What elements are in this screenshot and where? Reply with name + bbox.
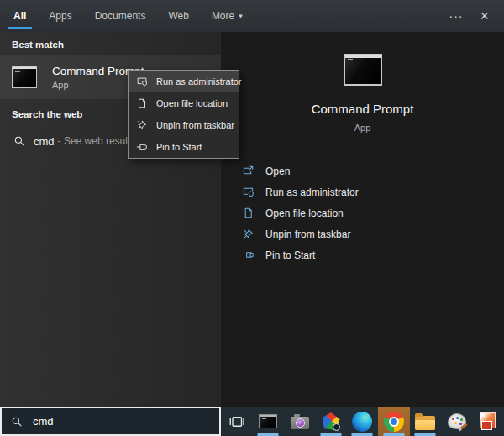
web-query: cmd [34, 135, 55, 148]
action-pin-to-start[interactable]: Pin to Start [221, 244, 504, 265]
open-file-location-icon [136, 97, 148, 109]
action-run-as-administrator[interactable]: Run as administrator [221, 181, 504, 202]
taskbar-file-explorer-button[interactable] [410, 407, 441, 436]
preview-app-subtitle: App [354, 123, 371, 133]
tab-web[interactable]: Web [168, 0, 188, 32]
camera-icon [291, 417, 309, 429]
tab-all-label: All [13, 10, 26, 22]
taskbar-photos-button[interactable] [315, 407, 346, 436]
context-menu-label: Unpin from taskbar [156, 120, 234, 130]
context-menu: Run as administrator Open file location … [128, 70, 239, 159]
pin-to-start-icon [136, 141, 148, 153]
picture-manager-icon [480, 412, 497, 430]
search-input[interactable] [31, 414, 194, 428]
tab-more[interactable]: More ▾ [212, 0, 243, 32]
taskbar-search-box[interactable] [0, 407, 221, 436]
taskbar-edge-button[interactable] [347, 407, 378, 436]
divider [238, 150, 504, 150]
active-tab-underline [8, 27, 32, 29]
tab-more-label: More [212, 10, 234, 22]
run-as-administrator-icon [136, 76, 148, 87]
preview-app-title: Command Prompt [312, 102, 414, 116]
action-label: Unpin from taskbar [265, 229, 350, 240]
open-file-location-icon [242, 207, 255, 219]
preview-actions: Open Run as administrator Open file loca… [221, 160, 504, 265]
camera-lens-icon [333, 423, 340, 431]
command-prompt-icon-large [344, 54, 382, 86]
taskbar-icons [221, 407, 504, 436]
search-icon [11, 416, 23, 428]
action-open-file-location[interactable]: Open file location [221, 202, 504, 223]
open-icon [242, 165, 255, 177]
context-menu-item-unpin-from-taskbar[interactable]: Unpin from taskbar [129, 114, 239, 136]
unpin-from-taskbar-icon [242, 228, 255, 240]
taskbar-strip [0, 407, 504, 436]
taskbar-picture-manager-button[interactable] [473, 407, 504, 436]
pin-to-start-icon [242, 249, 255, 261]
search-icon [13, 135, 25, 147]
action-unpin-from-taskbar[interactable]: Unpin from taskbar [221, 223, 504, 244]
ellipsis-menu-icon[interactable]: ··· [449, 0, 463, 32]
context-menu-item-open-file-location[interactable]: Open file location [129, 92, 239, 114]
task-view-icon [228, 413, 245, 430]
context-menu-label: Pin to Start [156, 142, 202, 152]
action-open[interactable]: Open [221, 160, 504, 181]
paint-icon [448, 413, 466, 429]
close-icon[interactable]: × [480, 0, 489, 32]
unpin-from-taskbar-icon [136, 119, 148, 131]
command-prompt-icon [12, 66, 37, 88]
context-menu-item-pin-to-start[interactable]: Pin to Start [129, 136, 239, 158]
header-controls: ··· × [449, 0, 504, 32]
taskbar-chrome-button[interactable] [378, 407, 409, 436]
task-view-button[interactable] [221, 407, 252, 436]
best-match-header: Best match [0, 32, 221, 55]
edge-icon [352, 412, 372, 432]
context-menu-label: Open file location [156, 98, 228, 108]
search-flyout: All Apps Documents Web More ▾ ··· × Best… [0, 0, 504, 436]
chevron-down-icon: ▾ [239, 12, 243, 20]
tab-documents[interactable]: Documents [95, 0, 146, 32]
context-menu-item-run-as-administrator[interactable]: Run as administrator [129, 71, 239, 92]
tab-all[interactable]: All [13, 0, 26, 32]
filter-tab-bar: All Apps Documents Web More ▾ ··· × [0, 0, 504, 32]
tabs: All Apps Documents Web More ▾ [0, 0, 243, 32]
action-label: Open file location [265, 207, 344, 219]
run-as-administrator-icon [242, 186, 255, 198]
tab-apps[interactable]: Apps [49, 0, 71, 32]
command-prompt-icon [259, 414, 277, 428]
web-suffix: - See web results [58, 135, 136, 147]
taskbar-camera-button[interactable] [284, 407, 315, 436]
file-explorer-icon [415, 416, 435, 430]
context-menu-label: Run as administrator [156, 76, 242, 87]
preview-panel: Command Prompt App Open Run as administr… [221, 32, 504, 407]
taskbar-command-prompt-button[interactable] [252, 407, 283, 436]
action-label: Run as administrator [265, 186, 359, 198]
chrome-icon [384, 412, 404, 432]
action-label: Open [265, 165, 290, 177]
action-label: Pin to Start [265, 250, 315, 261]
taskbar-paint-button[interactable] [441, 407, 472, 436]
